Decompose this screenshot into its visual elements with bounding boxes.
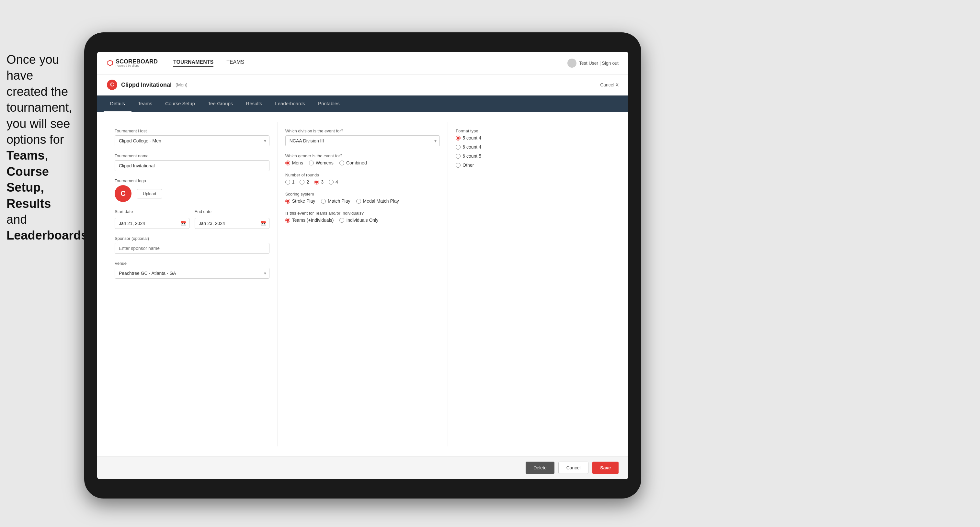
venue-select[interactable]: Peachtree GC - Atlanta - GA [115, 268, 269, 279]
rounds-2[interactable]: 2 [299, 179, 309, 184]
host-select[interactable]: Clippd College - Men [115, 135, 269, 146]
tournament-title: C Clippd Invitational (Men) [107, 79, 188, 90]
top-nav: ⬡ SCOREBOARD Powered by clippd TOURNAMEN… [97, 52, 628, 75]
nav-links: TOURNAMENTS TEAMS [173, 59, 244, 67]
tab-leaderboards[interactable]: Leaderboards [269, 95, 312, 112]
venue-label: Venue [115, 261, 269, 266]
form-col-2: Which division is the event for? NCAA Di… [278, 122, 448, 446]
format-other-label: Other [463, 162, 474, 168]
logo-upload-area: C Upload [115, 185, 269, 202]
format-6count5[interactable]: 6 count 5 [456, 154, 611, 159]
logo-main-text: SCOREBOARD [116, 59, 158, 64]
individuals-only[interactable]: Individuals Only [339, 217, 378, 223]
content-area: Tournament Host Clippd College - Men Tou… [97, 112, 628, 456]
rounds-1[interactable]: 1 [285, 179, 295, 184]
rounds-3[interactable]: 3 [314, 179, 323, 184]
date-row: Start date 📅 End date 📅 [115, 209, 269, 229]
nav-teams[interactable]: TEAMS [226, 59, 244, 67]
end-date-wrapper: 📅 [195, 218, 269, 229]
rounds-4-label: 4 [336, 179, 338, 184]
tabs-bar: Details Teams Course Setup Tee Groups Re… [97, 95, 628, 112]
rounds-1-label: 1 [292, 179, 295, 184]
logo-label: Tournament logo [115, 178, 269, 183]
format-5count4[interactable]: 5 count 4 [456, 135, 611, 140]
start-date-label: Start date [115, 209, 189, 214]
footer-bar: Delete Cancel Save [97, 456, 628, 479]
format-other[interactable]: Other [456, 162, 611, 168]
user-avatar [567, 59, 576, 68]
cancel-button[interactable]: Cancel [558, 462, 589, 474]
tab-teams[interactable]: Teams [132, 95, 159, 112]
gender-group: Which gender is the event for? Mens Wome… [285, 154, 440, 165]
teams-radio-group: Teams (+Individuals) Individuals Only [285, 217, 440, 223]
name-input[interactable] [115, 160, 269, 171]
teams-plus-individuals[interactable]: Teams (+Individuals) [285, 217, 334, 223]
rounds-label: Number of rounds [285, 173, 440, 178]
form-col-1: Tournament Host Clippd College - Men Tou… [107, 122, 278, 446]
venue-group: Venue Peachtree GC - Atlanta - GA [115, 261, 269, 279]
scoring-medal[interactable]: Medal Match Play [356, 198, 399, 204]
tab-printables[interactable]: Printables [312, 95, 346, 112]
division-label: Which division is the event for? [285, 129, 440, 133]
format-radio-group: 5 count 4 6 count 4 6 count 5 [456, 135, 611, 168]
name-group: Tournament name [115, 154, 269, 171]
division-select-wrapper: NCAA Division III [285, 135, 440, 146]
tab-results[interactable]: Results [239, 95, 269, 112]
logo-area: ⬡ SCOREBOARD Powered by clippd TOURNAMEN… [107, 59, 244, 67]
start-date-field: Start date 📅 [115, 209, 189, 229]
gender-combined-label: Combined [346, 160, 367, 165]
tournament-header: C Clippd Invitational (Men) Cancel X [97, 75, 628, 95]
host-label: Tournament Host [115, 129, 269, 133]
end-date-field: End date 📅 [195, 209, 269, 229]
format-6count4-label: 6 count 4 [463, 144, 481, 149]
rounds-2-label: 2 [306, 179, 309, 184]
rounds-3-label: 3 [321, 179, 323, 184]
tab-tee-groups[interactable]: Tee Groups [202, 95, 240, 112]
host-select-wrapper: Clippd College - Men [115, 135, 269, 146]
end-date-input[interactable] [195, 218, 269, 229]
format-6count5-label: 6 count 5 [463, 154, 481, 159]
gender-mens[interactable]: Mens [285, 160, 303, 165]
rounds-group: Number of rounds 1 2 [285, 173, 440, 184]
teams-label: Is this event for Teams and/or Individua… [285, 211, 440, 216]
user-sign-out[interactable]: Test User | Sign out [579, 60, 619, 66]
scoring-radio-group: Stroke Play Match Play Medal Match Play [285, 198, 440, 204]
scoring-label: Scoring system [285, 192, 440, 197]
teams-individuals-group: Is this event for Teams and/or Individua… [285, 211, 440, 223]
individuals-only-label: Individuals Only [346, 217, 378, 223]
end-date-icon: 📅 [261, 221, 266, 226]
gender-radio-group: Mens Womens Combined [285, 160, 440, 165]
delete-button[interactable]: Delete [526, 462, 554, 474]
format-6count4[interactable]: 6 count 4 [456, 144, 611, 149]
gender-womens[interactable]: Womens [309, 160, 334, 165]
tournament-gender: (Men) [175, 82, 188, 87]
sponsor-group: Sponsor (optional) [115, 236, 269, 254]
logo-preview: C [115, 185, 132, 202]
scoring-medal-label: Medal Match Play [363, 198, 399, 204]
end-date-label: End date [195, 209, 269, 214]
start-date-input[interactable] [115, 218, 189, 229]
upload-button[interactable]: Upload [137, 189, 162, 198]
division-select[interactable]: NCAA Division III [285, 135, 440, 146]
format-label: Format type [456, 129, 611, 133]
name-label: Tournament name [115, 154, 269, 158]
nav-tournaments[interactable]: TOURNAMENTS [173, 59, 213, 67]
rounds-4[interactable]: 4 [329, 179, 338, 184]
instruction-text: Once you have created the tournament, yo… [0, 45, 78, 250]
gender-combined[interactable]: Combined [339, 160, 367, 165]
tab-course-setup[interactable]: Course Setup [159, 95, 202, 112]
cancel-tournament-button[interactable]: Cancel X [600, 82, 619, 87]
save-button[interactable]: Save [592, 462, 619, 474]
logo-icon: ⬡ [107, 59, 113, 67]
gender-mens-label: Mens [292, 160, 303, 165]
tablet-frame: ⬡ SCOREBOARD Powered by clippd TOURNAMEN… [84, 32, 641, 498]
scoring-group: Scoring system Stroke Play Match Play [285, 192, 440, 204]
sponsor-input[interactable] [115, 243, 269, 254]
scoring-stroke[interactable]: Stroke Play [285, 198, 315, 204]
start-date-icon: 📅 [181, 221, 186, 226]
tab-details[interactable]: Details [103, 95, 132, 112]
logo-group: Tournament logo C Upload [115, 178, 269, 202]
sponsor-label: Sponsor (optional) [115, 236, 269, 241]
venue-select-wrapper: Peachtree GC - Atlanta - GA [115, 268, 269, 279]
scoring-match[interactable]: Match Play [321, 198, 350, 204]
